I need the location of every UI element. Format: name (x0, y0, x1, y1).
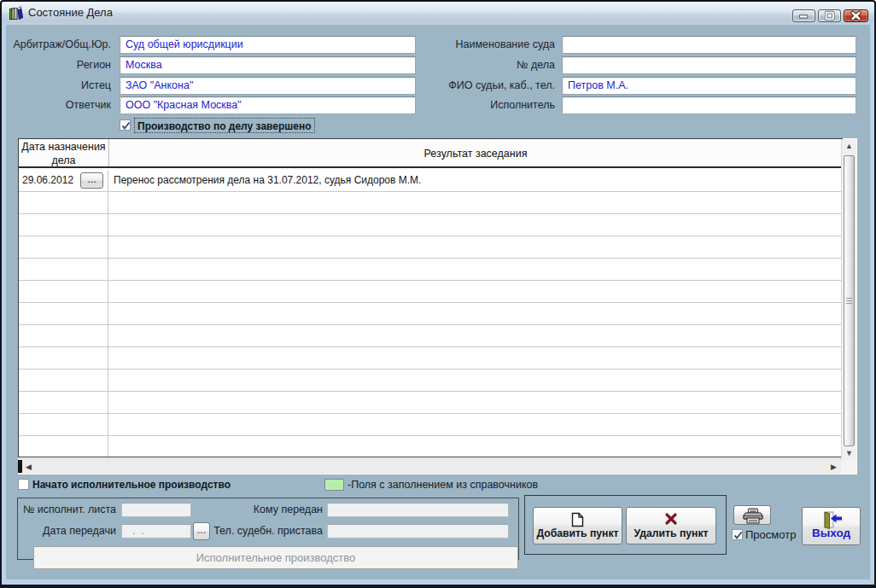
table-row-empty[interactable] (19, 325, 842, 347)
client-area: Арбитраж/Общ.Юр.Суд общей юрисдикцииНаим… (6, 25, 870, 579)
table-row[interactable]: 29.06.2012...Перенос рассмотрения дела н… (19, 170, 842, 192)
enforcement-started-label[interactable]: Начато исполнительное производство (32, 478, 231, 492)
books-app-icon (9, 6, 23, 20)
add-item-label: Добавить пункт (534, 527, 622, 539)
date-cell (19, 392, 108, 413)
table-row-empty[interactable] (19, 281, 842, 303)
date-picker-button[interactable]: ... (80, 172, 103, 189)
case-closed-checkbox[interactable] (120, 119, 131, 131)
close-button[interactable] (844, 9, 868, 22)
writ-number-label: № исполнит. листа (6, 503, 116, 517)
scroll-up-icon[interactable]: ▲ (842, 139, 856, 154)
date-cell (19, 236, 108, 258)
result-cell (109, 281, 842, 302)
minimize-button[interactable] (792, 9, 815, 22)
table-row-empty[interactable] (19, 192, 842, 214)
document-icon (534, 512, 622, 527)
result-cell (109, 436, 842, 457)
result-cell (109, 392, 842, 413)
transfer-date-field[interactable]: . . (121, 524, 191, 539)
scrollbar-corner (841, 461, 856, 474)
hearings-table: Дата назначения дела Результат заседания… (18, 138, 857, 474)
window-frame: Состояние Дела (2, 2, 874, 585)
vertical-scrollbar[interactable]: ▲ ▼ (841, 139, 856, 461)
legend-label: -Поля с заполнением из справочников (347, 478, 538, 492)
maximize-icon (819, 10, 840, 21)
result-cell (109, 347, 842, 369)
date-cell (19, 214, 108, 236)
hearing-date: 29.06.2012 (22, 170, 73, 191)
transferred-to-label: Кому передан (194, 503, 323, 517)
case-closed-label[interactable]: Производство по делу завершено (134, 118, 315, 133)
field-label-right-0: Наименование суда (333, 36, 555, 54)
date-cell (19, 347, 108, 369)
exit-label: Выход (803, 527, 860, 539)
enforcement-proceedings-button[interactable]: Исполнительное производство (33, 546, 518, 569)
title-bar[interactable]: Состояние Дела (2, 2, 874, 25)
table-row-empty[interactable] (19, 347, 842, 370)
printer-icon (743, 508, 763, 524)
date-cell (19, 414, 108, 435)
date-cell (19, 370, 108, 391)
scroll-right-icon[interactable]: ▶ (831, 463, 837, 471)
vscroll-thumb[interactable] (844, 155, 855, 446)
field-input-right-2[interactable]: Петров М.А. (562, 77, 856, 95)
delete-item-button[interactable]: Удалить пункт (626, 507, 716, 544)
date-cell (19, 281, 108, 302)
horizontal-scrollbar[interactable]: ◀ ▶ (18, 458, 841, 474)
writ-number-field[interactable] (121, 503, 191, 517)
scroll-left-icon[interactable]: ◀ (26, 463, 32, 471)
preview-checkmark-icon (733, 530, 744, 541)
date-cell (19, 259, 108, 280)
bailiff-phone-field[interactable] (327, 524, 509, 539)
field-label-left-2: Истец (2, 77, 111, 95)
print-button[interactable] (733, 505, 771, 525)
table-header: Дата назначения дела Результат заседания (19, 139, 842, 168)
table-row-empty[interactable] (19, 303, 842, 325)
field-input-right-1[interactable] (562, 56, 856, 74)
legend-swatch (324, 479, 344, 491)
close-icon (844, 10, 867, 21)
result-cell (109, 236, 842, 258)
field-input-right-3[interactable] (562, 96, 856, 114)
preview-checkbox[interactable] (732, 529, 743, 540)
preview-label[interactable]: Просмотр (745, 528, 796, 542)
bailiff-phone-label: Тел. судебн. пристава (194, 524, 323, 539)
exit-button[interactable]: Выход (802, 507, 861, 545)
minimize-icon (793, 10, 815, 21)
result-cell (109, 259, 842, 280)
field-label-right-2: ФИО судьи, каб., тел. (333, 77, 555, 95)
add-item-button[interactable]: Добавить пункт (533, 507, 622, 544)
date-cell (19, 325, 108, 346)
hscroll-marker[interactable] (18, 460, 22, 473)
table-row-empty[interactable] (19, 414, 842, 436)
table-row-empty[interactable] (19, 392, 842, 414)
enforcement-started-checkbox[interactable] (18, 479, 29, 490)
table-row-empty[interactable] (19, 214, 842, 236)
result-cell (109, 414, 842, 435)
field-label-left-1: Регион (2, 56, 111, 74)
table-row-empty[interactable] (19, 370, 842, 392)
delete-item-label: Удалить пункт (627, 527, 715, 539)
table-row-empty[interactable] (19, 436, 842, 457)
field-label-left-0: Арбитраж/Общ.Юр. (2, 36, 111, 54)
table-body: 29.06.2012...Перенос рассмотрения дела н… (19, 170, 842, 457)
result-cell (109, 303, 842, 324)
result-cell: Перенос рассмотрения дела на 31.07.2012,… (109, 170, 842, 191)
date-cell (19, 436, 108, 457)
field-input-right-0[interactable] (562, 36, 856, 54)
hearings-grid: Дата назначения дела Результат заседания… (18, 138, 843, 457)
result-cell (109, 192, 842, 213)
table-row-empty[interactable] (19, 236, 842, 259)
column-header-date[interactable]: Дата назначения дела (19, 140, 108, 167)
delete-x-icon (627, 512, 715, 527)
maximize-button[interactable] (818, 9, 841, 22)
column-header-result[interactable]: Результат заседания (109, 139, 842, 168)
scroll-down-icon[interactable]: ▼ (842, 446, 856, 461)
table-row-empty[interactable] (19, 259, 842, 281)
transferred-to-field[interactable] (327, 503, 509, 517)
field-label-left-3: Ответчик (2, 96, 111, 114)
window-title: Состояние Дела (28, 2, 113, 25)
checkmark-icon (120, 120, 131, 131)
app-window: Состояние Дела (0, 0, 876, 588)
